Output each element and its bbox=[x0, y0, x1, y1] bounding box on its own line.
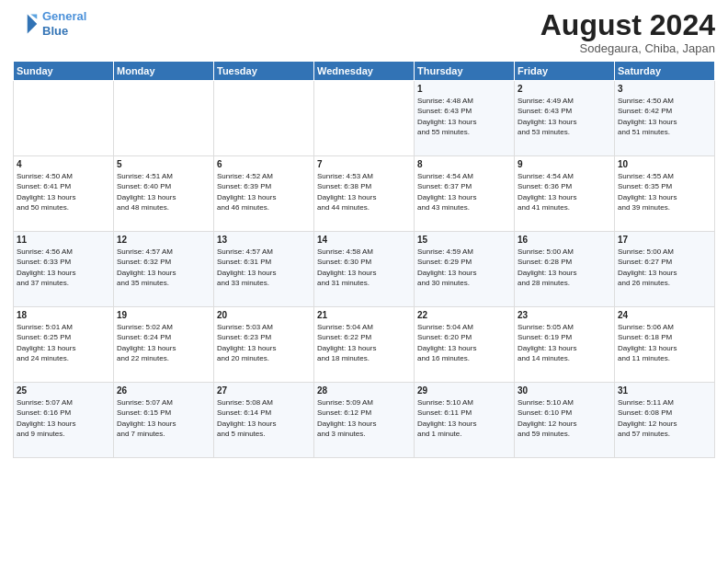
col-header-sunday: Sunday bbox=[14, 62, 114, 81]
day-number: 7 bbox=[317, 159, 411, 169]
day-number: 4 bbox=[17, 159, 110, 169]
day-number: 24 bbox=[618, 310, 711, 320]
calendar-cell: 6Sunrise: 4:52 AM Sunset: 6:39 PM Daylig… bbox=[214, 156, 314, 232]
day-number: 20 bbox=[217, 310, 311, 320]
day-number: 22 bbox=[417, 310, 511, 320]
calendar-cell: 21Sunrise: 5:04 AM Sunset: 6:22 PM Dayli… bbox=[314, 307, 415, 383]
day-number: 3 bbox=[618, 84, 711, 94]
calendar-cell: 15Sunrise: 4:59 AM Sunset: 6:29 PM Dayli… bbox=[415, 232, 515, 307]
calendar-cell: 26Sunrise: 5:07 AM Sunset: 6:15 PM Dayli… bbox=[114, 383, 214, 458]
subtitle: Sodegaura, Chiba, Japan bbox=[540, 41, 715, 55]
cell-content: Sunrise: 4:53 AM Sunset: 6:38 PM Dayligh… bbox=[317, 171, 411, 213]
calendar-table: SundayMondayTuesdayWednesdayThursdayFrid… bbox=[13, 61, 715, 458]
calendar-cell: 22Sunrise: 5:04 AM Sunset: 6:20 PM Dayli… bbox=[415, 307, 515, 383]
cell-content: Sunrise: 4:58 AM Sunset: 6:30 PM Dayligh… bbox=[317, 247, 411, 288]
day-number: 8 bbox=[417, 159, 511, 169]
cell-content: Sunrise: 5:08 AM Sunset: 6:14 PM Dayligh… bbox=[217, 397, 311, 439]
page: General Blue August 2024 Sodegaura, Chib… bbox=[0, 0, 728, 563]
calendar-cell: 25Sunrise: 5:07 AM Sunset: 6:16 PM Dayli… bbox=[14, 383, 114, 458]
day-number: 6 bbox=[217, 159, 311, 169]
cell-content: Sunrise: 5:09 AM Sunset: 6:12 PM Dayligh… bbox=[317, 397, 411, 439]
cell-content: Sunrise: 5:00 AM Sunset: 6:28 PM Dayligh… bbox=[518, 247, 611, 288]
cell-content: Sunrise: 4:52 AM Sunset: 6:39 PM Dayligh… bbox=[217, 171, 311, 213]
calendar-cell: 5Sunrise: 4:51 AM Sunset: 6:40 PM Daylig… bbox=[114, 156, 214, 232]
day-number: 14 bbox=[317, 235, 411, 245]
day-number: 9 bbox=[518, 159, 611, 169]
day-number: 30 bbox=[518, 385, 611, 396]
calendar-cell: 9Sunrise: 4:54 AM Sunset: 6:36 PM Daylig… bbox=[515, 156, 615, 232]
calendar-cell: 29Sunrise: 5:10 AM Sunset: 6:11 PM Dayli… bbox=[415, 383, 515, 458]
cell-content: Sunrise: 4:48 AM Sunset: 6:43 PM Dayligh… bbox=[417, 96, 511, 137]
cell-content: Sunrise: 5:04 AM Sunset: 6:22 PM Dayligh… bbox=[317, 322, 411, 363]
cell-content: Sunrise: 5:06 AM Sunset: 6:18 PM Dayligh… bbox=[618, 322, 711, 363]
header: General Blue August 2024 Sodegaura, Chib… bbox=[13, 9, 715, 55]
cell-content: Sunrise: 4:49 AM Sunset: 6:43 PM Dayligh… bbox=[518, 96, 611, 137]
calendar-cell: 2Sunrise: 4:49 AM Sunset: 6:43 PM Daylig… bbox=[515, 81, 615, 156]
col-header-friday: Friday bbox=[515, 62, 615, 81]
logo-icon bbox=[13, 11, 39, 37]
calendar-cell: 20Sunrise: 5:03 AM Sunset: 6:23 PM Dayli… bbox=[214, 307, 314, 383]
logo-line2: Blue bbox=[42, 24, 68, 38]
cell-content: Sunrise: 5:03 AM Sunset: 6:23 PM Dayligh… bbox=[217, 322, 311, 363]
cell-content: Sunrise: 4:54 AM Sunset: 6:36 PM Dayligh… bbox=[518, 171, 611, 213]
calendar-body: 1Sunrise: 4:48 AM Sunset: 6:43 PM Daylig… bbox=[14, 81, 715, 458]
cell-content: Sunrise: 4:56 AM Sunset: 6:33 PM Dayligh… bbox=[17, 247, 110, 288]
logo-text: General Blue bbox=[42, 9, 86, 38]
calendar-cell: 3Sunrise: 4:50 AM Sunset: 6:42 PM Daylig… bbox=[615, 81, 715, 156]
day-number: 18 bbox=[17, 310, 110, 320]
calendar-cell: 12Sunrise: 4:57 AM Sunset: 6:32 PM Dayli… bbox=[114, 232, 214, 307]
calendar-cell: 23Sunrise: 5:05 AM Sunset: 6:19 PM Dayli… bbox=[515, 307, 615, 383]
day-number: 21 bbox=[317, 310, 411, 320]
logo-line1: General bbox=[42, 9, 86, 23]
calendar-cell: 19Sunrise: 5:02 AM Sunset: 6:24 PM Dayli… bbox=[114, 307, 214, 383]
svg-marker-1 bbox=[30, 14, 37, 18]
day-number: 13 bbox=[217, 235, 311, 245]
day-number: 26 bbox=[117, 385, 210, 396]
calendar-cell bbox=[114, 81, 214, 156]
cell-content: Sunrise: 5:00 AM Sunset: 6:27 PM Dayligh… bbox=[618, 247, 711, 288]
cell-content: Sunrise: 4:54 AM Sunset: 6:37 PM Dayligh… bbox=[417, 171, 511, 213]
col-header-saturday: Saturday bbox=[615, 62, 715, 81]
cell-content: Sunrise: 5:07 AM Sunset: 6:15 PM Dayligh… bbox=[117, 397, 210, 439]
cell-content: Sunrise: 4:57 AM Sunset: 6:32 PM Dayligh… bbox=[117, 247, 210, 288]
cell-content: Sunrise: 4:55 AM Sunset: 6:35 PM Dayligh… bbox=[618, 171, 711, 213]
week-row-1: 1Sunrise: 4:48 AM Sunset: 6:43 PM Daylig… bbox=[14, 81, 715, 156]
calendar-cell: 24Sunrise: 5:06 AM Sunset: 6:18 PM Dayli… bbox=[615, 307, 715, 383]
day-number: 10 bbox=[618, 159, 711, 169]
cell-content: Sunrise: 5:01 AM Sunset: 6:25 PM Dayligh… bbox=[17, 322, 110, 363]
cell-content: Sunrise: 5:11 AM Sunset: 6:08 PM Dayligh… bbox=[618, 397, 711, 439]
day-number: 29 bbox=[417, 385, 511, 396]
week-row-4: 18Sunrise: 5:01 AM Sunset: 6:25 PM Dayli… bbox=[14, 307, 715, 383]
calendar-cell: 14Sunrise: 4:58 AM Sunset: 6:30 PM Dayli… bbox=[314, 232, 415, 307]
week-row-3: 11Sunrise: 4:56 AM Sunset: 6:33 PM Dayli… bbox=[14, 232, 715, 307]
cell-content: Sunrise: 5:10 AM Sunset: 6:11 PM Dayligh… bbox=[417, 397, 511, 439]
calendar-cell: 13Sunrise: 4:57 AM Sunset: 6:31 PM Dayli… bbox=[214, 232, 314, 307]
day-number: 2 bbox=[518, 84, 611, 94]
week-row-5: 25Sunrise: 5:07 AM Sunset: 6:16 PM Dayli… bbox=[14, 383, 715, 458]
day-number: 19 bbox=[117, 310, 210, 320]
title-block: August 2024 Sodegaura, Chiba, Japan bbox=[540, 9, 715, 55]
cell-content: Sunrise: 4:50 AM Sunset: 6:41 PM Dayligh… bbox=[17, 171, 110, 213]
day-number: 12 bbox=[117, 235, 210, 245]
cell-content: Sunrise: 4:59 AM Sunset: 6:29 PM Dayligh… bbox=[417, 247, 511, 288]
day-number: 16 bbox=[518, 235, 611, 245]
day-number: 27 bbox=[217, 385, 311, 396]
day-number: 15 bbox=[417, 235, 511, 245]
cell-content: Sunrise: 4:57 AM Sunset: 6:31 PM Dayligh… bbox=[217, 247, 311, 288]
cell-content: Sunrise: 5:10 AM Sunset: 6:10 PM Dayligh… bbox=[518, 397, 611, 439]
cell-content: Sunrise: 5:04 AM Sunset: 6:20 PM Dayligh… bbox=[417, 322, 511, 363]
day-number: 5 bbox=[117, 159, 210, 169]
header-row: SundayMondayTuesdayWednesdayThursdayFrid… bbox=[14, 62, 715, 81]
calendar-cell: 16Sunrise: 5:00 AM Sunset: 6:28 PM Dayli… bbox=[515, 232, 615, 307]
calendar-cell: 4Sunrise: 4:50 AM Sunset: 6:41 PM Daylig… bbox=[14, 156, 114, 232]
logo: General Blue bbox=[13, 9, 86, 38]
week-row-2: 4Sunrise: 4:50 AM Sunset: 6:41 PM Daylig… bbox=[14, 156, 715, 232]
calendar-cell: 28Sunrise: 5:09 AM Sunset: 6:12 PM Dayli… bbox=[314, 383, 415, 458]
day-number: 17 bbox=[618, 235, 711, 245]
cell-content: Sunrise: 5:05 AM Sunset: 6:19 PM Dayligh… bbox=[518, 322, 611, 363]
day-number: 1 bbox=[417, 84, 511, 94]
calendar-cell: 10Sunrise: 4:55 AM Sunset: 6:35 PM Dayli… bbox=[615, 156, 715, 232]
main-title: August 2024 bbox=[540, 9, 715, 41]
col-header-wednesday: Wednesday bbox=[314, 62, 415, 81]
calendar-cell: 30Sunrise: 5:10 AM Sunset: 6:10 PM Dayli… bbox=[515, 383, 615, 458]
